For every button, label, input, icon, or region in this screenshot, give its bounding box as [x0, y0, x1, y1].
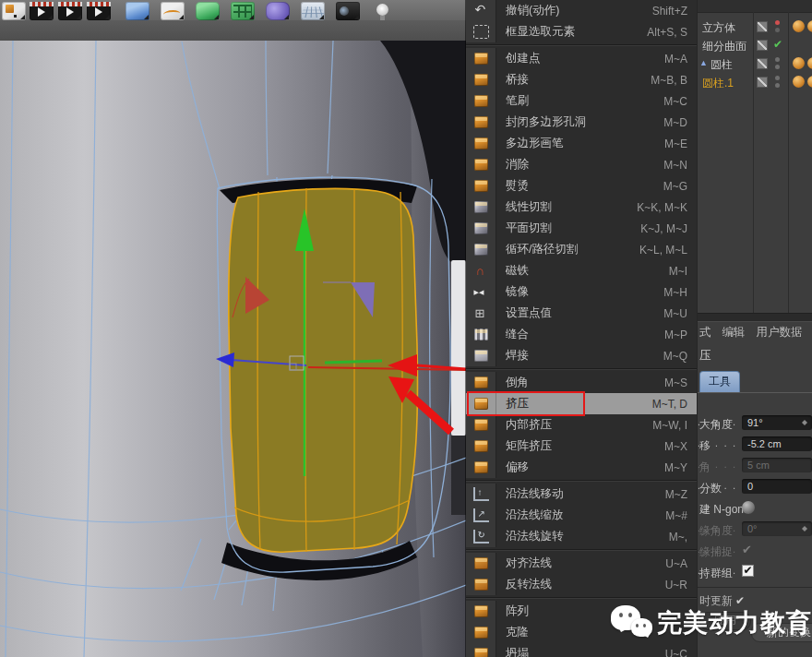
menu-item-bridge[interactable]: 桥接 M~B, B — [466, 69, 697, 90]
menu-item-shortcut: M~, — [669, 531, 687, 544]
object-label: 圆柱.1 — [702, 76, 734, 91]
gizmo-plane-handle-green[interactable] — [325, 361, 382, 363]
axis-workplane-icon[interactable] — [2, 2, 26, 20]
menu-item-smooth-shift[interactable]: 偏移 M~Y — [466, 457, 697, 478]
object-row-立方体[interactable]: 立方体 — [698, 18, 812, 36]
magnet-icon — [474, 265, 488, 277]
visibility-dot[interactable] — [775, 20, 780, 25]
menu-item-shortcut: M~E — [664, 137, 687, 150]
render-settings-icon[interactable] — [87, 2, 111, 20]
material-tag-icon[interactable] — [807, 57, 812, 69]
menu-item-extrude[interactable]: 挤压 M~T, D — [466, 393, 697, 414]
menu-item-brush[interactable]: 笔刷 M~C — [466, 90, 697, 112]
menu-item-frame-selection[interactable]: 框显选取元素 Alt+S, S — [466, 21, 697, 42]
object-manager-menubar — [698, 0, 812, 13]
tab-mode[interactable]: 式 — [699, 325, 711, 340]
menu-item-inner-extrude[interactable]: 内部挤压 M~W, I — [466, 414, 697, 436]
menu-item-align-normals[interactable]: 对齐法线 U~A — [466, 553, 697, 574]
visibility-dot[interactable] — [775, 76, 780, 80]
attribute-manager-header: 式 编辑 用户数据 压 工具 — [698, 320, 812, 393]
cube-primitive-icon[interactable] — [125, 2, 149, 20]
attribute-field[interactable]: -5.2 cm — [742, 436, 812, 451]
material-tag-icon[interactable] — [793, 20, 805, 32]
object-row-细分曲面[interactable]: 细分曲面 ✔ — [698, 36, 812, 54]
object-row-圆柱[interactable]: ▲ 圆柱 — [698, 54, 812, 73]
menu-item-mirror[interactable]: 镜像 M~H — [466, 281, 697, 303]
object-row-圆柱.1[interactable]: 圆柱.1 — [698, 73, 812, 91]
menu-item-reverse-normals[interactable]: 反转法线 U~R — [466, 574, 697, 595]
material-tag-icon[interactable] — [807, 20, 812, 32]
viewport-scene[interactable] — [0, 41, 466, 657]
visibility-dot[interactable] — [775, 28, 780, 32]
tab-userdata[interactable]: 用户数据 — [757, 325, 803, 340]
menu-item-plane-cut[interactable]: 平面切割 K~J, M~J — [466, 218, 697, 239]
menu-item-shortcut: M~A — [664, 53, 687, 66]
tab-underline — [698, 392, 812, 393]
menu-item-polygon-pen[interactable]: 多边形画笔 M~E — [466, 133, 697, 154]
floor-environment-icon[interactable] — [301, 2, 325, 20]
tab-edit[interactable]: 编辑 — [722, 325, 746, 340]
visibility-dot[interactable] — [775, 57, 780, 62]
menu-item-scale-along-normals[interactable]: 沿法线缩放 M~# — [466, 505, 697, 526]
menu-item-array[interactable]: 阵列 — [466, 601, 697, 622]
spline-pen-icon[interactable] — [161, 2, 185, 20]
visibility-toggle[interactable] — [757, 77, 768, 88]
set-point-value-icon — [474, 307, 488, 319]
material-tag-icon[interactable] — [807, 76, 812, 88]
generator-icon[interactable] — [231, 2, 255, 20]
apply-button[interactable]: 应用 — [699, 612, 751, 630]
spinner-arrows-icon[interactable] — [801, 417, 808, 428]
menu-item-undo[interactable]: 撤销(动作) Shift+Z — [466, 0, 697, 21]
visibility-toggle[interactable] — [757, 21, 768, 32]
new-transform-button[interactable]: 新的变换 — [751, 623, 812, 642]
visibility-toggle[interactable] — [757, 40, 768, 51]
check-icon[interactable]: ✔ — [742, 543, 752, 556]
background-white-sliver — [451, 260, 466, 436]
material-tag-icon[interactable] — [793, 76, 805, 88]
menu-item-close-polygon-hole[interactable]: 封闭多边形孔洞 M~D — [466, 112, 697, 133]
camera-icon[interactable] — [336, 2, 360, 20]
menu-item-move-along-normals[interactable]: 沿法线移动 M~Z — [466, 484, 697, 505]
attribute-field[interactable]: 0 — [742, 479, 812, 494]
subdivision-surface-icon[interactable] — [196, 2, 220, 20]
checkbox[interactable]: ✔ — [742, 565, 754, 577]
menu-item-shortcut: K~K, M~K — [637, 201, 687, 214]
menu-item-rotate-along-normals[interactable]: 沿法线旋转 M~, — [466, 526, 697, 547]
menu-item-weld[interactable]: 焊接 M~Q — [466, 345, 697, 366]
menu-item-label: 反转法线 — [506, 577, 552, 592]
spinner-arrows-icon[interactable] — [801, 523, 808, 534]
material-tag-icon[interactable] — [793, 57, 805, 69]
menu-item-bevel[interactable]: 倒角 M~S — [466, 372, 697, 393]
menu-item-stitch[interactable]: 缝合 M~P — [466, 324, 697, 345]
sphere-toggle[interactable] — [742, 501, 755, 514]
menu-item-label: 镜像 — [506, 284, 529, 300]
enabled-check-icon[interactable]: ✔ — [773, 38, 782, 51]
clone-icon — [474, 627, 488, 639]
attribute-field[interactable]: 5 cm — [742, 458, 812, 472]
light-icon[interactable] — [371, 2, 395, 20]
menu-item-magnet[interactable]: 磁铁 M~I — [466, 260, 697, 281]
menu-item-label: 多边形画笔 — [506, 136, 564, 151]
menu-item-collapse[interactable]: 坍塌 U~C — [466, 643, 697, 657]
attribute-label: 持群组 — [699, 566, 733, 581]
render-view-icon[interactable] — [30, 2, 54, 20]
menu-item-iron[interactable]: 熨烫 M~G — [466, 175, 697, 197]
tab-tool[interactable]: 工具 — [699, 371, 740, 392]
smooth-shift-icon — [474, 461, 488, 473]
menu-item-clone[interactable]: 克隆 — [466, 622, 697, 643]
menu-item-dissolve[interactable]: 消除 M~N — [466, 154, 697, 175]
menu-item-line-cut[interactable]: 线性切割 K~K, M~K — [466, 197, 697, 218]
viewport[interactable] — [0, 20, 466, 657]
visibility-toggle[interactable] — [757, 58, 768, 69]
realtime-update-row[interactable]: 时更新✔ — [699, 593, 745, 609]
menu-item-set-point-value[interactable]: 设置点值 M~U — [466, 303, 697, 324]
deformer-icon[interactable] — [266, 2, 290, 20]
menu-item-create-point[interactable]: 创建点 M~A — [466, 48, 697, 69]
render-picture-viewer-icon[interactable] — [58, 2, 82, 20]
menu-item-loop-path-cut[interactable]: 循环/路径切割 K~L, M~L — [466, 239, 697, 260]
visibility-dot[interactable] — [775, 83, 780, 88]
menu-item-matrix-extrude[interactable]: 矩阵挤压 M~X — [466, 436, 697, 457]
visibility-dot[interactable] — [775, 65, 780, 69]
attribute-label: 大角度 — [699, 417, 733, 433]
stitch-icon — [474, 328, 488, 340]
